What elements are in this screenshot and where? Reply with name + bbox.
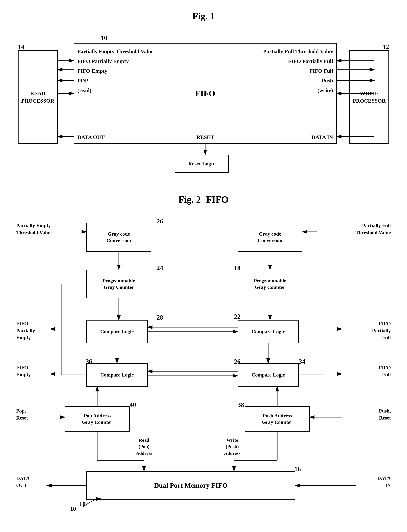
compare-left-upper-box: Compare Logic [86, 320, 148, 343]
gray-conv-right-box: Gray codeConversion [238, 223, 302, 252]
prog-gray-left-box: ProgrammableGray Counter [86, 270, 151, 298]
fifo-partially-full-label: FIFOPartiallyFull [340, 320, 391, 341]
fig2-arrows [14, 212, 393, 514]
gray-conv-left-label: Gray codeConversion [107, 231, 131, 244]
read-pop-address-label: Read(Pop)Address [128, 437, 160, 457]
ref-16: 16 [294, 465, 301, 473]
ref-18: 18 [234, 264, 241, 272]
ref-12: 12 [383, 43, 389, 51]
ref-28: 28 [157, 314, 163, 321]
gray-conv-left-box: Gray codeConversion [86, 223, 151, 252]
compare-right-upper-box: Compare Logic [238, 320, 299, 343]
compare-right-lower-box: Compare Logic [238, 363, 299, 386]
ref-40: 40 [130, 401, 136, 409]
fig1-diagram: 14 10 12 READPROCESSOR Partially Empty T… [14, 29, 393, 176]
ref-26-mid: 26 [234, 358, 241, 365]
data-out-label: DATAOUT [16, 475, 45, 489]
fifo-empty-label: FIFOEmpty [16, 364, 58, 378]
fig1-title: Fig. 1 [14, 11, 393, 21]
fifo-partially-empty-label: FIFOPartiallyEmpty [16, 320, 83, 341]
fifo-full-label: FIFOFull [355, 364, 391, 378]
fig2-header: Fig. 2 FIFO [14, 194, 393, 205]
partially-full-threshold-label: Partially FullThreshold Value [324, 222, 391, 236]
dual-port-label: Dual Port Memory FIFO [154, 481, 227, 490]
pop-addr-label: Pop AddressGray Counter [82, 412, 112, 426]
write-push-address-label: Write(Push)Address [216, 437, 248, 457]
compare-left-upper-label: Compare Logic [100, 328, 133, 335]
compare-left-lower-box: Compare Logic [86, 363, 148, 386]
gray-conv-right-label: Gray codeConversion [258, 231, 282, 244]
pop-reset-label: Pop,Reset [16, 407, 58, 421]
partially-empty-threshold-label: Partially EmptyThreshold Value [16, 222, 83, 236]
fig2-title: Fig. 2 [178, 194, 201, 205]
ref-22: 22 [234, 313, 241, 320]
fifo-main-box [74, 43, 337, 144]
data-in-label: DATAIN [362, 475, 391, 489]
compare-right-upper-label: Compare Logic [251, 328, 285, 335]
pop-addr-box: Pop AddressGray Counter [65, 406, 130, 432]
ref-10-arrow-label: 10 [70, 505, 76, 512]
prog-gray-right-label: ProgrammableGray Counter [254, 278, 286, 291]
ref-10-fig2: 10 [79, 500, 86, 508]
ref-24: 24 [157, 264, 163, 272]
fig1-section: Fig. 1 14 10 12 READPROCESSOR Partially … [14, 11, 393, 176]
compare-left-lower-label: Compare Logic [100, 372, 133, 378]
read-processor-box: READPROCESSOR [18, 50, 58, 144]
fig2-section: Fig. 2 FIFO Gray codeConversion Gray cod… [14, 194, 393, 514]
push-reset-label: Push,Reset [351, 407, 391, 421]
ref-10: 10 [101, 34, 107, 42]
ref-38: 38 [238, 401, 244, 409]
dual-port-box: Dual Port Memory FIFO [86, 471, 295, 500]
ref-26-top: 26 [157, 217, 163, 225]
ref-34: 34 [299, 358, 305, 365]
compare-right-lower-label: Compare Logic [251, 372, 285, 378]
read-processor-label: READPROCESSOR [21, 89, 54, 105]
write-processor-label: WRITEPROCESSOR [353, 89, 386, 105]
write-processor-box: WRITEPROCESSOR [349, 50, 389, 144]
reset-logic-label: Reset Logic [188, 160, 215, 167]
ref-14: 14 [18, 43, 24, 51]
push-addr-box: Push AddressGray Counter [245, 406, 310, 432]
fig2-diagram: Gray codeConversion Gray codeConversion … [14, 212, 393, 514]
fig2-fifo-label: FIFO [206, 194, 229, 205]
prog-gray-right-box: ProgrammableGray Counter [238, 270, 302, 298]
prog-gray-left-label: ProgrammableGray Counter [103, 278, 135, 291]
reset-logic-box: Reset Logic [175, 154, 229, 173]
ref-36: 36 [86, 358, 92, 365]
push-addr-label: Push AddressGray Counter [262, 412, 292, 426]
